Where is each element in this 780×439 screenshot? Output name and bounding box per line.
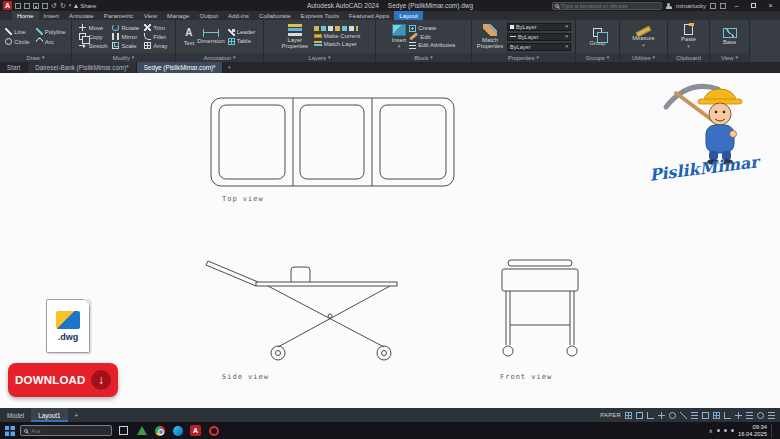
edit-block-button[interactable]: Edit xyxy=(409,34,455,40)
arc-button[interactable]: Arc xyxy=(36,38,66,45)
task-view-button[interactable] xyxy=(117,424,130,437)
hidden-icons-chevron[interactable]: ∧ xyxy=(709,428,713,434)
ribbon-tab-addins[interactable]: Add-ins xyxy=(223,11,254,20)
start-button[interactable] xyxy=(5,426,15,436)
close-button[interactable]: × xyxy=(764,0,777,11)
layer-state-icons[interactable] xyxy=(314,26,358,31)
help-search-input[interactable] xyxy=(561,3,659,9)
lineweight-dropdown[interactable]: ByLayer▾ xyxy=(507,43,571,51)
space-indicator[interactable]: PAPER xyxy=(600,412,621,418)
layer-properties-button[interactable]: Layer Properties xyxy=(279,24,311,50)
lineweight-icon[interactable] xyxy=(691,412,698,419)
object-snap-tracking-icon[interactable] xyxy=(680,412,687,419)
linetype-dropdown[interactable]: ByLayer▾ xyxy=(507,33,571,41)
selection-cycling-icon[interactable] xyxy=(713,412,720,419)
transparency-icon[interactable] xyxy=(702,412,709,419)
polar-tracking-icon[interactable] xyxy=(658,412,665,419)
ribbon-tab-collaborate[interactable]: Collaborate xyxy=(254,11,296,20)
match-layer-button[interactable]: Match Layer xyxy=(314,41,360,47)
battery-icon[interactable] xyxy=(731,429,734,432)
new-layout-button[interactable]: + xyxy=(68,408,86,422)
isolate-objects-icon[interactable] xyxy=(757,412,764,419)
group-button[interactable]: Group xyxy=(589,26,605,46)
paste-button[interactable]: Paste▾ xyxy=(681,24,696,48)
annotation-visibility-icon[interactable] xyxy=(735,412,742,419)
polyline-button[interactable]: Polyline xyxy=(36,28,66,35)
ribbon-tab-manage[interactable]: Manage xyxy=(162,11,194,20)
network-icon[interactable] xyxy=(717,429,720,432)
measure-button[interactable]: Measure▾ xyxy=(632,25,655,47)
panel-block-title[interactable]: Block▾ xyxy=(376,53,471,62)
panel-modify-title[interactable]: Modify▾ xyxy=(72,53,175,62)
panel-layers-title[interactable]: Layers▾ xyxy=(264,53,375,62)
notifications-icon[interactable] xyxy=(720,3,726,9)
panel-clipboard-title[interactable]: Clipboard xyxy=(668,53,709,62)
move-button[interactable]: Move xyxy=(79,24,107,31)
grid-icon[interactable] xyxy=(625,412,632,419)
help-search-box[interactable] xyxy=(552,2,662,10)
share-button[interactable]: Share xyxy=(74,3,96,9)
taskbar-search-input[interactable] xyxy=(31,428,108,434)
ribbon-tab-view[interactable]: View xyxy=(139,11,162,20)
panel-groups-title[interactable]: Groups▾ xyxy=(576,53,619,62)
scale-button[interactable]: Scale xyxy=(112,42,139,49)
ortho-icon[interactable] xyxy=(647,412,654,419)
panel-properties-title[interactable]: Properties▾ xyxy=(472,53,575,62)
model-tab[interactable]: Model xyxy=(0,408,31,422)
array-button[interactable]: Array xyxy=(144,42,167,49)
edge-button[interactable] xyxy=(171,424,184,437)
undo-icon[interactable]: ↺ xyxy=(51,2,57,9)
ribbon-tab-output[interactable]: Output xyxy=(194,11,223,20)
username[interactable]: mimarlucky xyxy=(676,3,706,9)
volume-icon[interactable] xyxy=(724,429,727,432)
minimize-button[interactable]: – xyxy=(730,0,743,11)
new-file-icon[interactable] xyxy=(15,3,21,9)
object-color-dropdown[interactable]: ByLayer▾ xyxy=(507,23,571,31)
forest-app-button[interactable] xyxy=(135,424,148,437)
chrome-button[interactable] xyxy=(153,424,166,437)
ribbon-tab-annotate[interactable]: Annotate xyxy=(64,11,99,20)
match-properties-button[interactable]: Match Properties xyxy=(476,24,504,50)
circle-button[interactable]: Circle xyxy=(5,38,29,45)
file-tab-start[interactable]: Start xyxy=(0,62,28,73)
file-tab-sedye[interactable]: Sedye (PislikMimar.com)* xyxy=(137,62,224,73)
create-block-button[interactable]: Create xyxy=(409,25,455,32)
mirror-button[interactable]: Mirror xyxy=(112,33,139,40)
panel-draw-title[interactable]: Draw▾ xyxy=(0,53,71,62)
restore-button[interactable] xyxy=(747,0,760,11)
ribbon-tab-layout[interactable]: Layout xyxy=(394,11,423,20)
copy-button[interactable]: Copy xyxy=(79,33,107,40)
file-tab-dairesel-bank[interactable]: Dairesel-Bank (PislikMimar.com)* xyxy=(28,62,136,73)
dimension-button[interactable]: Dimension xyxy=(197,29,224,44)
drawing-canvas[interactable]: Top view Side view Front view PislikMima… xyxy=(0,73,780,408)
leader-button[interactable]: Leader xyxy=(228,29,256,36)
apps-icon[interactable] xyxy=(710,3,716,9)
open-file-icon[interactable] xyxy=(24,3,30,9)
table-button[interactable]: Table xyxy=(228,38,256,45)
snap-icon[interactable] xyxy=(636,412,643,419)
taskbar-clock[interactable]: 09:34 16.04.2025 xyxy=(738,424,767,438)
ribbon-tab-home[interactable]: Home xyxy=(12,11,39,20)
make-current-button[interactable]: Make Current xyxy=(314,33,360,39)
insert-block-button[interactable]: Insert▾ xyxy=(392,24,407,49)
new-drawing-tab-button[interactable]: + xyxy=(223,62,235,73)
workspace-icon[interactable] xyxy=(746,412,753,419)
show-desktop-button[interactable] xyxy=(771,424,774,438)
qat-dropdown-icon[interactable]: ▾ xyxy=(69,3,72,8)
save-icon[interactable] xyxy=(33,3,39,9)
line-button[interactable]: Line xyxy=(5,28,29,35)
object-snap-icon[interactable] xyxy=(669,412,676,419)
trim-button[interactable]: Trim xyxy=(144,24,167,31)
ribbon-tab-express-tools[interactable]: Express Tools xyxy=(296,11,344,20)
taskbar-search-box[interactable] xyxy=(20,425,112,436)
redo-icon[interactable]: ↻ xyxy=(60,2,66,9)
download-button[interactable]: DOWNLOAD ↓ xyxy=(8,363,118,397)
panel-view-title[interactable]: View▾ xyxy=(710,53,749,62)
base-view-button[interactable]: Base xyxy=(723,28,737,45)
ribbon-tab-parametric[interactable]: Parametric xyxy=(99,11,139,20)
autocad-taskbar-button[interactable]: A xyxy=(189,424,202,437)
fillet-button[interactable]: Fillet xyxy=(144,33,167,40)
plot-icon[interactable] xyxy=(42,3,48,9)
ribbon-tab-insert[interactable]: Insert xyxy=(39,11,64,20)
dynamic-input-icon[interactable] xyxy=(724,412,731,419)
